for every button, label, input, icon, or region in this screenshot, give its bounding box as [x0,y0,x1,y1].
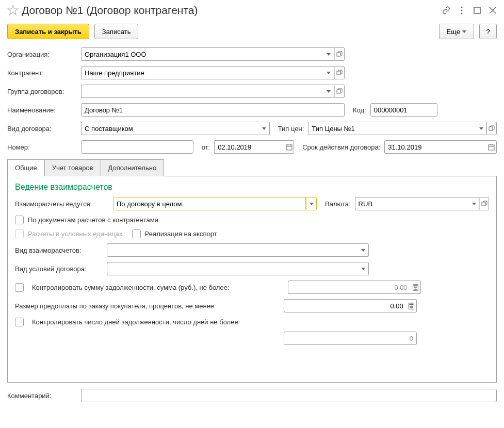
export-sale-checkbox[interactable] [132,229,141,238]
chevron-down-icon [262,127,266,130]
svg-point-3 [461,12,462,14]
control-debt-sum-checkbox[interactable] [15,283,24,292]
kebab-menu-icon[interactable] [458,6,466,14]
currency-dropdown-button[interactable] [469,197,479,210]
name-input[interactable] [81,103,345,117]
tabs: Общие Учет товаров Дополнительно [7,159,497,176]
svg-point-31 [411,306,412,306]
svg-rect-19 [482,202,485,206]
control-debt-sum-label: Контролировать сумму задолженности, сумм… [32,284,284,291]
help-button[interactable]: ? [479,24,497,39]
prepayment-label: Размер предоплаты по заказу покупателя, … [15,302,280,310]
contract-type-input[interactable] [81,122,259,135]
chevron-down-icon [310,203,314,205]
from-label: от: [202,143,210,151]
from-date-picker-button[interactable] [284,140,294,154]
svg-rect-9 [337,90,340,93]
svg-rect-4 [474,7,480,13]
svg-point-30 [410,306,410,306]
link-icon[interactable] [442,6,450,14]
organization-label: Организация: [7,51,77,58]
save-button[interactable]: Записать [94,24,139,39]
svg-rect-11 [286,145,292,150]
svg-point-23 [415,287,416,288]
window-header: Договор №1 (Договор контрагента) [7,4,497,17]
chevron-down-icon [472,203,476,205]
window-title: Договор №1 (Договор контрагента) [22,4,442,17]
tab-extra[interactable]: Дополнительно [101,159,165,176]
svg-point-1 [461,6,462,8]
counterparty-open-button[interactable] [334,66,345,79]
currency-label: Валюта: [325,200,351,208]
calculator-icon[interactable] [411,281,421,294]
svg-point-27 [416,289,417,289]
chevron-down-icon [361,268,365,270]
organization-open-button[interactable] [334,47,345,61]
contract-type-label: Вид договора: [7,125,77,133]
contract-terms-dropdown-button[interactable] [358,262,369,275]
export-sale-label: Реализация на экспорт [145,230,217,238]
contract-type-dropdown-button[interactable] [259,122,270,135]
settlements-dropdown-button[interactable] [306,197,317,210]
svg-point-33 [410,307,410,308]
chevron-down-icon [479,127,483,130]
organization-input[interactable] [81,47,323,61]
number-input[interactable] [81,140,193,154]
svg-rect-15 [489,145,494,150]
chevron-down-icon [361,249,365,252]
contract-group-open-button[interactable] [334,85,345,98]
svg-point-25 [414,289,414,289]
price-type-dropdown-button[interactable] [477,122,487,135]
counterparty-input[interactable] [81,66,323,79]
code-input[interactable] [370,103,437,117]
counterparty-dropdown-button[interactable] [323,66,334,79]
price-type-input[interactable] [308,122,476,135]
save-close-button[interactable]: Записать и закрыть [7,24,89,39]
valid-until-input[interactable] [384,140,486,154]
price-type-open-button[interactable] [486,122,497,135]
tab-body-general: Ведение взаиморасчетов Взаиморасчеты вед… [7,176,497,383]
contract-group-input[interactable] [81,85,323,98]
svg-rect-10 [489,127,493,130]
comment-input[interactable] [81,389,497,402]
tab-goods[interactable]: Учет товаров [44,159,101,176]
chevron-down-icon [462,30,466,33]
svg-marker-0 [8,6,18,14]
contract-group-label: Группа договоров: [7,88,77,95]
settlements-input[interactable] [113,197,306,210]
chevron-down-icon [327,72,331,74]
chevron-down-icon [327,90,331,93]
settlement-kind-input[interactable] [107,243,358,257]
name-label: Наименование: [7,106,77,114]
svg-point-24 [416,287,417,288]
from-date-input[interactable] [214,140,284,154]
contract-terms-input[interactable] [107,262,358,275]
settlement-kind-dropdown-button[interactable] [358,243,369,257]
contract-group-dropdown-button[interactable] [323,85,334,98]
settlements-section-title: Ведение взаиморасчетов [15,183,489,192]
organization-dropdown-button[interactable] [323,47,334,61]
settlement-kind-label: Вид взаиморасчетов: [15,246,103,254]
by-documents-checkbox[interactable] [15,216,24,224]
svg-rect-29 [410,304,413,305]
svg-point-2 [461,9,462,11]
control-debt-sum-input [288,281,411,294]
close-icon[interactable] [489,6,497,14]
conventional-units-label: Расчеты в условных единицах [28,230,123,238]
valid-until-picker-button[interactable] [486,140,497,154]
control-days-label: Контролировать число дней задолженности,… [32,318,284,326]
conventional-units-checkbox [15,229,24,238]
more-button[interactable]: Еще [439,24,474,39]
control-days-checkbox[interactable] [15,318,24,326]
favorite-star-icon[interactable] [7,5,19,16]
currency-open-button[interactable] [479,197,489,210]
comment-label: Комментарий: [7,392,77,400]
currency-input[interactable] [355,197,470,210]
prepayment-input[interactable] [284,299,407,312]
calculator-icon[interactable] [407,299,417,312]
counterparty-label: Контрагент: [7,69,77,77]
chevron-down-icon [327,53,331,56]
by-documents-label: По документам расчетов с контрагентами [28,216,158,224]
maximize-icon[interactable] [473,6,481,14]
tab-general[interactable]: Общие [7,159,45,176]
